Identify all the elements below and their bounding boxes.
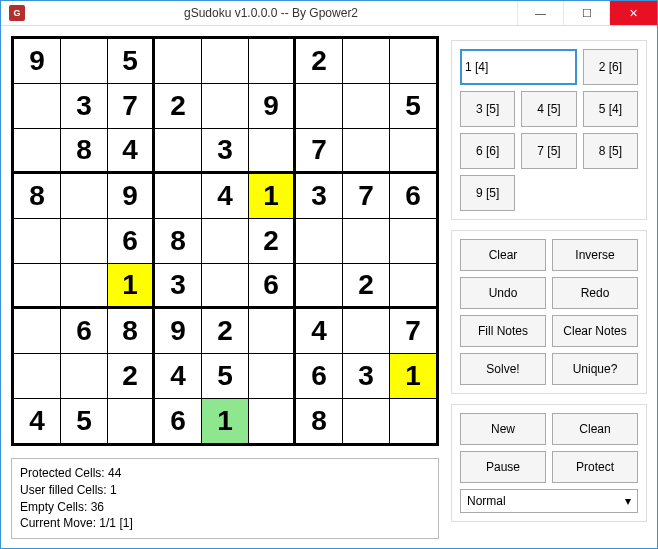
cell-2-5[interactable]	[249, 129, 295, 173]
cell-8-6[interactable]: 8	[296, 399, 342, 443]
solve--button[interactable]: Solve!	[460, 353, 546, 385]
cell-3-6[interactable]: 3	[296, 174, 342, 218]
cell-5-8[interactable]	[390, 264, 436, 308]
numpad-5[interactable]: 5 [4]	[583, 91, 638, 127]
cell-1-4[interactable]	[202, 84, 248, 128]
cell-4-5[interactable]: 2	[249, 219, 295, 263]
undo-button[interactable]: Undo	[460, 277, 546, 309]
cell-2-7[interactable]	[343, 129, 389, 173]
inverse-button[interactable]: Inverse	[552, 239, 638, 271]
cell-2-1[interactable]: 8	[61, 129, 107, 173]
cell-0-8[interactable]	[390, 39, 436, 83]
pause-button[interactable]: Pause	[460, 451, 546, 483]
cell-5-6[interactable]	[296, 264, 342, 308]
minimize-button[interactable]: —	[517, 1, 563, 25]
numpad-2[interactable]: 2 [6]	[583, 49, 638, 85]
cell-0-7[interactable]	[343, 39, 389, 83]
cell-3-4[interactable]: 4	[202, 174, 248, 218]
numpad-1[interactable]: 1 [4]	[460, 49, 577, 85]
cell-0-6[interactable]: 2	[296, 39, 342, 83]
clear-button[interactable]: Clear	[460, 239, 546, 271]
cell-0-0[interactable]: 9	[14, 39, 60, 83]
cell-5-4[interactable]	[202, 264, 248, 308]
numpad-4[interactable]: 4 [5]	[521, 91, 576, 127]
cell-1-1[interactable]: 3	[61, 84, 107, 128]
cell-3-1[interactable]	[61, 174, 107, 218]
cell-4-4[interactable]	[202, 219, 248, 263]
cell-8-0[interactable]: 4	[14, 399, 60, 443]
cell-7-4[interactable]: 5	[202, 354, 248, 398]
cell-6-1[interactable]: 6	[61, 309, 107, 353]
cell-8-3[interactable]: 6	[155, 399, 201, 443]
cell-3-5[interactable]: 1	[249, 174, 295, 218]
cell-6-5[interactable]	[249, 309, 295, 353]
cell-5-7[interactable]: 2	[343, 264, 389, 308]
cell-7-3[interactable]: 4	[155, 354, 201, 398]
cell-7-7[interactable]: 3	[343, 354, 389, 398]
cell-6-2[interactable]: 8	[108, 309, 154, 353]
cell-6-8[interactable]: 7	[390, 309, 436, 353]
cell-6-6[interactable]: 4	[296, 309, 342, 353]
fill-notes-button[interactable]: Fill Notes	[460, 315, 546, 347]
cell-6-7[interactable]	[343, 309, 389, 353]
cell-5-1[interactable]	[61, 264, 107, 308]
difficulty-select[interactable]: Normal▾	[460, 489, 638, 513]
clean-button[interactable]: Clean	[552, 413, 638, 445]
cell-4-2[interactable]: 6	[108, 219, 154, 263]
clear-notes-button[interactable]: Clear Notes	[552, 315, 638, 347]
cell-2-6[interactable]: 7	[296, 129, 342, 173]
cell-1-8[interactable]: 5	[390, 84, 436, 128]
cell-0-3[interactable]	[155, 39, 201, 83]
numpad-8[interactable]: 8 [5]	[583, 133, 638, 169]
cell-3-3[interactable]	[155, 174, 201, 218]
cell-0-4[interactable]	[202, 39, 248, 83]
cell-7-5[interactable]	[249, 354, 295, 398]
redo-button[interactable]: Redo	[552, 277, 638, 309]
cell-0-5[interactable]	[249, 39, 295, 83]
cell-1-7[interactable]	[343, 84, 389, 128]
protect-button[interactable]: Protect	[552, 451, 638, 483]
cell-5-5[interactable]: 6	[249, 264, 295, 308]
unique--button[interactable]: Unique?	[552, 353, 638, 385]
cell-4-8[interactable]	[390, 219, 436, 263]
cell-7-0[interactable]	[14, 354, 60, 398]
cell-8-8[interactable]	[390, 399, 436, 443]
cell-3-7[interactable]: 7	[343, 174, 389, 218]
cell-1-2[interactable]: 7	[108, 84, 154, 128]
cell-3-2[interactable]: 9	[108, 174, 154, 218]
cell-5-0[interactable]	[14, 264, 60, 308]
cell-7-1[interactable]	[61, 354, 107, 398]
cell-7-6[interactable]: 6	[296, 354, 342, 398]
close-button[interactable]: ✕	[609, 1, 657, 25]
numpad-9[interactable]: 9 [5]	[460, 175, 515, 211]
cell-2-0[interactable]	[14, 129, 60, 173]
cell-8-2[interactable]	[108, 399, 154, 443]
numpad-3[interactable]: 3 [5]	[460, 91, 515, 127]
cell-6-4[interactable]: 2	[202, 309, 248, 353]
new-button[interactable]: New	[460, 413, 546, 445]
numpad-7[interactable]: 7 [5]	[521, 133, 576, 169]
cell-1-5[interactable]: 9	[249, 84, 295, 128]
cell-7-8[interactable]: 1	[390, 354, 436, 398]
cell-1-6[interactable]	[296, 84, 342, 128]
cell-6-0[interactable]	[14, 309, 60, 353]
cell-2-3[interactable]	[155, 129, 201, 173]
cell-2-8[interactable]	[390, 129, 436, 173]
cell-4-3[interactable]: 8	[155, 219, 201, 263]
maximize-button[interactable]: ☐	[563, 1, 609, 25]
cell-5-2[interactable]: 1	[108, 264, 154, 308]
cell-1-0[interactable]	[14, 84, 60, 128]
numpad-6[interactable]: 6 [6]	[460, 133, 515, 169]
cell-8-7[interactable]	[343, 399, 389, 443]
cell-6-3[interactable]: 9	[155, 309, 201, 353]
cell-1-3[interactable]: 2	[155, 84, 201, 128]
cell-5-3[interactable]: 3	[155, 264, 201, 308]
cell-0-1[interactable]	[61, 39, 107, 83]
cell-4-6[interactable]	[296, 219, 342, 263]
cell-8-4[interactable]: 1	[202, 399, 248, 443]
cell-3-8[interactable]: 6	[390, 174, 436, 218]
cell-4-7[interactable]	[343, 219, 389, 263]
cell-4-0[interactable]	[14, 219, 60, 263]
cell-4-1[interactable]	[61, 219, 107, 263]
cell-8-1[interactable]: 5	[61, 399, 107, 443]
